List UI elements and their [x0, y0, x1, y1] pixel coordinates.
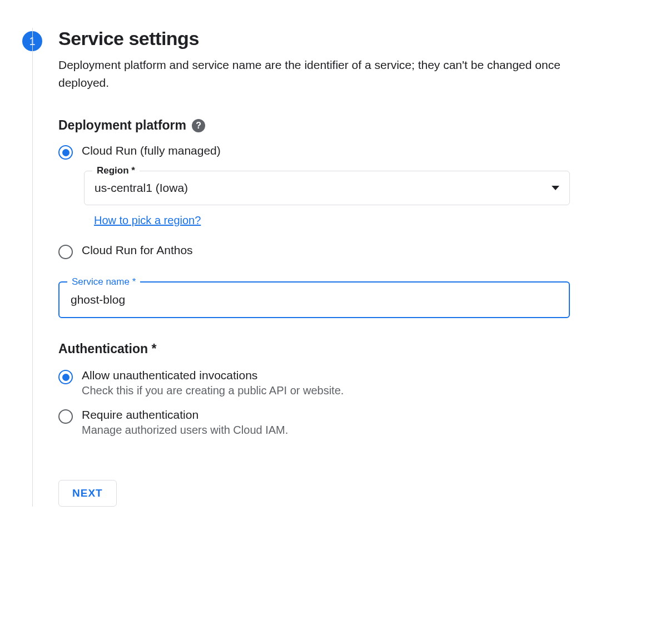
radio-require-authentication[interactable]: Require authentication Manage authorized… — [58, 408, 570, 437]
radio-hint: Manage authorized users with Cloud IAM. — [82, 424, 288, 437]
radio-icon[interactable] — [58, 370, 73, 384]
page-title: Service settings — [58, 28, 570, 49]
step-body: Service settings Deployment platform and… — [32, 28, 633, 507]
region-select[interactable]: Region * us-central1 (Iowa) — [84, 171, 570, 205]
service-name-input[interactable] — [70, 293, 559, 307]
chevron-down-icon — [552, 186, 559, 190]
step-container: 1 Service settings Deployment platform a… — [22, 28, 633, 507]
region-value: us-central1 (Iowa) — [95, 181, 552, 195]
service-name-label: Service name * — [67, 276, 140, 288]
authentication-section: Authentication * Allow unauthenticated i… — [58, 341, 570, 437]
radio-label: Cloud Run (fully managed) — [82, 144, 221, 157]
radio-anthos[interactable]: Cloud Run for Anthos — [58, 244, 570, 259]
radio-icon[interactable] — [58, 145, 73, 160]
radio-icon[interactable] — [58, 409, 73, 424]
help-icon[interactable]: ? — [192, 119, 205, 132]
radio-label: Allow unauthenticated invocations — [82, 369, 344, 382]
deployment-platform-heading: Deployment platform — [58, 118, 186, 133]
radio-icon[interactable] — [58, 245, 73, 259]
radio-fully-managed[interactable]: Cloud Run (fully managed) — [58, 144, 570, 160]
radio-label: Require authentication — [82, 408, 288, 422]
radio-hint: Check this if you are creating a public … — [82, 384, 344, 397]
authentication-heading: Authentication * — [58, 341, 570, 356]
region-block: Region * us-central1 (Iowa) How to pick … — [84, 171, 570, 227]
page-description: Deployment platform and service name are… — [58, 56, 570, 91]
service-name-field[interactable]: Service name * — [58, 281, 570, 318]
deployment-platform-heading-row: Deployment platform ? — [58, 118, 570, 133]
radio-allow-unauthenticated[interactable]: Allow unauthenticated invocations Check … — [58, 369, 570, 397]
next-button[interactable]: NEXT — [58, 480, 117, 507]
radio-label: Cloud Run for Anthos — [82, 244, 193, 257]
region-help-link[interactable]: How to pick a region? — [94, 214, 201, 227]
region-label: Region * — [92, 165, 140, 176]
